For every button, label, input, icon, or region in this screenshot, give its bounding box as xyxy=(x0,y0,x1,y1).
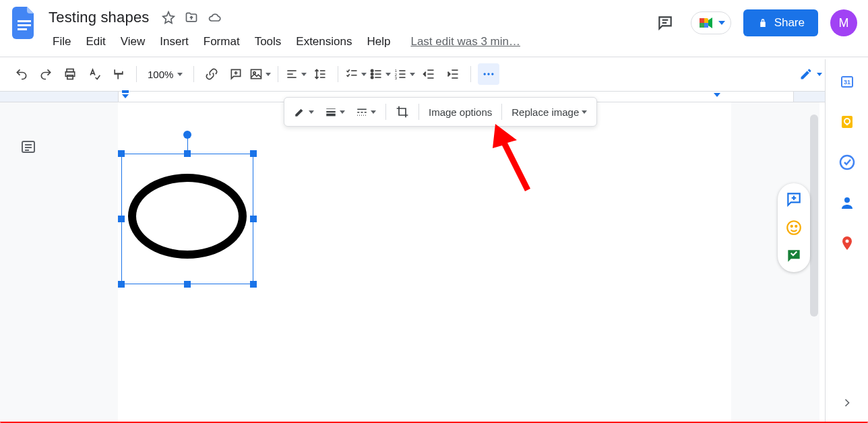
replace-image-button[interactable]: Replace image xyxy=(507,101,591,123)
caret-down-icon xyxy=(309,110,314,114)
rotation-handle[interactable] xyxy=(183,131,191,139)
svg-point-59 xyxy=(791,226,793,227)
docs-logo[interactable] xyxy=(11,5,38,40)
more-button[interactable] xyxy=(478,63,499,85)
resize-handle-tr[interactable] xyxy=(250,150,257,157)
emoji-reaction-button[interactable] xyxy=(784,218,803,237)
inline-action-pill xyxy=(778,183,810,272)
keep-app-icon[interactable] xyxy=(838,113,856,131)
menu-view[interactable]: View xyxy=(114,32,152,51)
editing-mode-button[interactable] xyxy=(794,65,828,84)
resize-handle-t[interactable] xyxy=(184,150,191,157)
menu-extensions[interactable]: Extensions xyxy=(289,32,359,51)
svg-rect-6 xyxy=(700,18,704,23)
svg-point-42 xyxy=(484,73,486,75)
caret-down-icon xyxy=(371,110,376,114)
document-title[interactable]: Testing shapes xyxy=(46,7,152,28)
open-comments-icon[interactable] xyxy=(652,9,679,36)
svg-rect-45 xyxy=(122,90,129,93)
svg-point-43 xyxy=(488,73,490,75)
resize-handle-l[interactable] xyxy=(118,216,125,222)
share-label: Share xyxy=(774,16,805,30)
image-options-button[interactable]: Image options xyxy=(425,101,496,123)
menu-edit[interactable]: Edit xyxy=(79,32,112,51)
decrease-indent-button[interactable] xyxy=(418,63,439,85)
align-button[interactable] xyxy=(285,63,307,85)
resize-handle-bl[interactable] xyxy=(118,281,125,288)
zoom-select[interactable]: 100% xyxy=(144,69,187,80)
selected-image[interactable] xyxy=(121,154,253,284)
menu-tools[interactable]: Tools xyxy=(248,32,288,51)
tasks-app-icon[interactable] xyxy=(838,154,856,171)
svg-rect-2 xyxy=(18,28,27,30)
menu-format[interactable]: Format xyxy=(197,32,247,51)
menu-insert[interactable]: Insert xyxy=(153,32,195,51)
svg-point-60 xyxy=(795,226,797,227)
resize-handle-b[interactable] xyxy=(184,281,191,288)
zoom-value: 100% xyxy=(148,69,173,80)
line-spacing-button[interactable] xyxy=(309,63,331,85)
spellcheck-button[interactable] xyxy=(84,63,105,85)
resize-handle-br[interactable] xyxy=(250,281,257,288)
insert-image-button[interactable] xyxy=(249,63,271,85)
svg-text:31: 31 xyxy=(843,79,850,86)
document-outline-icon[interactable] xyxy=(19,139,39,156)
increase-indent-button[interactable] xyxy=(442,63,464,85)
image-options-label: Image options xyxy=(429,106,492,118)
caret-down-icon xyxy=(266,73,271,76)
svg-rect-8 xyxy=(704,23,708,28)
side-panel: 31 xyxy=(825,59,868,423)
insert-link-button[interactable] xyxy=(201,63,222,85)
account-avatar[interactable]: M xyxy=(830,9,857,36)
border-color-button[interactable] xyxy=(290,101,318,123)
last-edit-link[interactable]: Last edit was 3 min… xyxy=(410,35,520,48)
caret-down-icon xyxy=(361,73,367,76)
cloud-done-icon[interactable] xyxy=(208,11,221,24)
meet-button[interactable] xyxy=(691,11,731,34)
border-weight-button[interactable] xyxy=(321,101,349,123)
bulleted-list-button[interactable] xyxy=(369,63,391,85)
svg-rect-64 xyxy=(842,116,852,128)
image-context-toolbar: Image options Replace image xyxy=(284,97,597,127)
caret-down-icon xyxy=(817,73,822,76)
svg-point-69 xyxy=(845,240,848,243)
resize-handle-r[interactable] xyxy=(250,216,257,222)
checklist-button[interactable] xyxy=(345,63,367,85)
svg-point-68 xyxy=(844,197,850,203)
svg-point-58 xyxy=(787,221,801,234)
resize-handle-tl[interactable] xyxy=(118,150,125,157)
caret-down-icon xyxy=(301,73,307,76)
show-side-panel-button[interactable] xyxy=(836,392,858,414)
suggest-edits-button[interactable] xyxy=(784,247,803,265)
border-dash-button[interactable] xyxy=(352,101,380,123)
caret-down-icon xyxy=(177,73,183,76)
menu-bar: File Edit View Insert Format Tools Exten… xyxy=(46,30,652,54)
contacts-app-icon[interactable] xyxy=(838,194,856,212)
paint-format-button[interactable] xyxy=(108,63,129,85)
svg-rect-14 xyxy=(251,69,261,78)
indent-marker-right[interactable] xyxy=(713,93,721,100)
menu-help[interactable]: Help xyxy=(360,32,397,51)
svg-rect-66 xyxy=(846,123,848,125)
numbered-list-button[interactable]: 123 xyxy=(394,63,415,85)
print-button[interactable] xyxy=(59,63,81,85)
star-icon[interactable] xyxy=(162,11,175,24)
calendar-app-icon[interactable]: 31 xyxy=(838,73,856,90)
undo-button[interactable] xyxy=(11,63,32,85)
redo-button[interactable] xyxy=(35,63,57,85)
share-button[interactable]: Share xyxy=(743,9,818,36)
maps-app-icon[interactable] xyxy=(838,234,856,252)
crop-image-button[interactable] xyxy=(392,101,413,123)
caret-down-icon xyxy=(718,21,725,25)
svg-point-44 xyxy=(492,73,494,75)
caret-down-icon xyxy=(410,73,415,76)
add-comment-button[interactable] xyxy=(784,190,803,209)
svg-rect-7 xyxy=(700,23,704,28)
svg-text:3: 3 xyxy=(395,76,397,80)
indent-marker-left[interactable] xyxy=(121,90,129,100)
add-comment-button[interactable] xyxy=(225,63,247,85)
move-icon[interactable] xyxy=(185,11,198,24)
vertical-scrollbar[interactable] xyxy=(810,115,818,317)
main-toolbar: 100% 123 xyxy=(0,63,794,85)
menu-file[interactable]: File xyxy=(46,32,78,51)
